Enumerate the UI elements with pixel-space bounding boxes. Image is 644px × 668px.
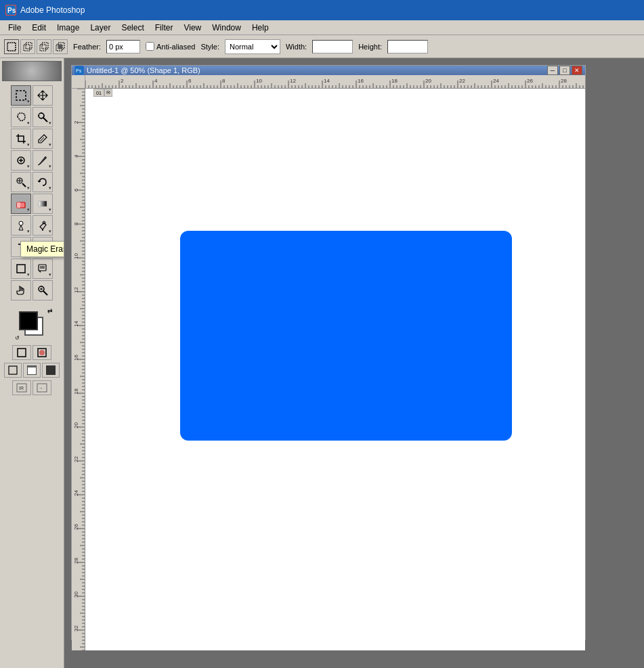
document-controls: ─ □ ✕ [547,66,582,75]
menu-help[interactable]: Help [246,22,274,34]
height-input[interactable] [387,40,428,53]
zoom-tool[interactable] [33,280,53,300]
width-input[interactable] [312,40,353,53]
svg-rect-24 [39,201,47,206]
svg-point-12 [39,113,44,118]
height-label: Height: [358,43,382,51]
tool-row-10 [11,280,53,300]
lasso-tool[interactable]: ▾ [11,107,31,127]
svg-rect-28 [17,265,25,273]
options-bar: Feather: Anti-aliased Style: Normal Fixe… [0,35,644,58]
pen-tool[interactable]: ▾ [33,215,53,236]
menu-image[interactable]: Image [51,22,85,34]
svg-rect-2 [7,43,16,51]
subtract-selection-btn[interactable] [37,39,51,54]
history-brush-tool[interactable]: ▾ [33,172,53,192]
document-title-area: Ps Untitled-1 @ 50% (Shape 1, RGB) [74,66,200,75]
document-body: 01 ✉ [72,75,585,650]
canvas-row: 01 ✉ [72,89,585,650]
tool-preview [2,61,62,81]
clone-stamp-tool[interactable]: ▾ [11,172,31,192]
tool-row-2: ▾ ▾ [11,107,53,127]
tool-row-9: ▾ ▾ [11,259,53,279]
magic-eraser-tooltip: Magic Eraser Tool (E) [20,241,64,257]
canvas-container[interactable]: 01 ✉ [85,89,585,650]
intersect-selection-btn[interactable] [53,39,68,54]
menu-window[interactable]: Window [207,22,246,34]
canvas-guide-indicator: 01 [93,89,104,97]
canvas-envelope-icon: ✉ [104,89,112,97]
jump-buttons: IR → [12,380,51,395]
svg-point-38 [39,350,45,355]
document-window: Ps Untitled-1 @ 50% (Shape 1, RGB) ─ □ ✕ [71,65,586,640]
new-selection-btn[interactable] [4,39,19,54]
anti-aliased-label[interactable]: Anti-aliased [146,42,195,51]
svg-text:IR: IR [19,386,24,391]
gradient-tool[interactable]: ▾ [33,194,53,214]
menu-bar: File Edit Image Layer Select Filter View… [0,20,644,35]
doc-maximize-btn[interactable]: □ [559,66,570,75]
standard-mode-btn[interactable] [12,345,31,360]
style-label: Style: [200,43,219,51]
svg-rect-23 [17,202,20,208]
move-tool[interactable] [33,85,53,106]
main-area: ▾ ▾ ▾ ▾ ▾ [0,58,644,668]
foreground-color-swatch[interactable] [19,311,38,330]
add-selection-btn[interactable] [20,39,35,54]
tool-row-5: ▾ ▾ [11,172,53,192]
style-select[interactable]: Normal Fixed Ratio Fixed Size [225,39,280,54]
svg-text:Ps: Ps [7,7,16,14]
svg-rect-42 [46,365,56,375]
quick-mask-btn[interactable] [33,345,51,360]
menu-file[interactable]: File [3,22,26,34]
screen-mode-buttons [4,363,60,378]
magic-wand-tool[interactable]: ▾ [33,107,53,127]
tool-row-3: ▾ ▾ [11,129,53,149]
svg-rect-3 [24,45,30,51]
crop-tool[interactable]: ▾ [11,129,31,149]
svg-rect-36 [18,349,26,357]
menu-select[interactable]: Select [116,22,149,34]
menu-filter[interactable]: Filter [150,22,179,34]
healing-brush-tool[interactable]: ▾ [11,150,31,171]
swap-colors-btn[interactable]: ⇄ [47,307,53,314]
feather-input[interactable] [106,40,140,53]
tool-row-7: ▾ ▾ [11,215,53,236]
notes-tool[interactable]: ▾ [33,259,53,279]
doc-close-btn[interactable]: ✕ [572,66,582,75]
brush-tool[interactable]: ▾ [33,150,53,171]
tool-row-6: ▾ ▾ [11,194,53,214]
menu-view[interactable]: View [178,22,207,34]
eyedropper-tool[interactable]: ▾ [33,129,53,149]
svg-rect-4 [26,43,32,49]
svg-rect-10 [16,91,26,100]
dodge-tool[interactable]: ▾ [11,215,31,236]
svg-rect-39 [9,366,17,374]
reset-colors-btn[interactable]: ↺ [15,335,20,341]
horizontal-ruler [85,75,585,89]
svg-rect-41 [28,368,36,374]
menu-edit[interactable]: Edit [26,22,51,34]
mode-buttons [12,345,51,360]
hand-tool[interactable] [11,280,31,300]
menu-layer[interactable]: Layer [85,22,116,34]
document-title: Untitled-1 @ 50% (Shape 1, RGB) [87,66,200,74]
full-screen-btn[interactable] [42,363,60,378]
selection-type-buttons [4,39,68,54]
color-swatches: ⇄ ↺ [15,307,56,341]
svg-rect-5 [40,45,46,51]
jump-to-btn[interactable]: → [33,380,51,395]
vertical-ruler [72,89,85,650]
anti-aliased-checkbox[interactable] [146,42,154,51]
shape-tool[interactable]: ▾ [11,259,31,279]
rectangular-marquee-tool[interactable]: ▾ [11,85,31,106]
top-ruler-area [72,75,585,89]
app-icon: Ps [5,5,16,16]
tool-row-4: ▾ ▾ [11,150,53,171]
eraser-tool[interactable]: ▾ [11,194,31,214]
jump-to-imageready-btn[interactable]: IR [12,380,31,395]
standard-screen-btn[interactable] [4,363,22,378]
doc-minimize-btn[interactable]: ─ [547,66,558,75]
full-screen-menu-btn[interactable] [23,363,41,378]
app-title: Adobe Photoshop [20,5,85,15]
